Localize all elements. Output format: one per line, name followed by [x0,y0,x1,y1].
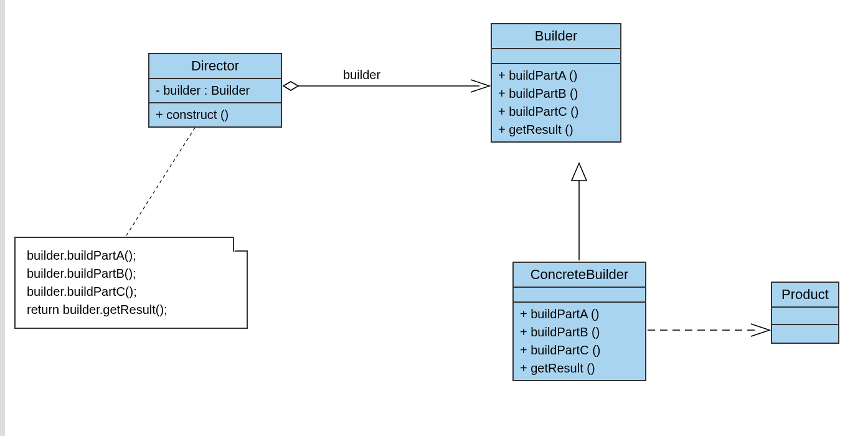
product-title: Product [772,283,838,308]
builder-attributes [492,49,620,64]
director-title: Director [149,54,281,79]
builder-op-3: + getResult () [498,121,614,139]
concrete-builder-op-2: + buildPartC () [520,341,639,359]
director-op-0: + construct () [156,106,275,124]
concrete-builder-op-0: + buildPartA () [520,305,639,323]
svg-marker-3 [572,163,587,181]
svg-marker-1 [283,82,298,90]
director-attributes: - builder : Builder [149,79,281,103]
edge-note-to-construct [126,128,195,235]
note-line-2: builder.buildPartC(); [27,283,235,301]
note-line-3: return builder.getResult(); [27,301,235,319]
builder-op-2: + buildPartC () [498,103,614,121]
concrete-builder-op-1: + buildPartB () [520,323,639,341]
uml-class-director: Director - builder : Builder + construct… [148,53,282,128]
edge-concrete-builder-to-product [648,324,770,336]
note-line-1: builder.buildPartB(); [27,265,235,283]
svg-line-5 [126,128,195,235]
edge-label-builder: builder [343,68,380,82]
concrete-builder-op-3: + getResult () [520,359,639,377]
builder-title: Builder [492,24,620,49]
concrete-builder-attributes [514,288,645,303]
product-attributes [772,308,838,325]
note-corner-icon [233,237,248,252]
builder-operations: + buildPartA () + buildPartB () + buildP… [492,64,620,141]
edge-director-to-builder [283,80,489,92]
director-operations: + construct () [149,103,281,126]
diagram-connectors [5,0,868,436]
product-operations [772,325,838,343]
builder-op-0: + buildPartA () [498,67,614,85]
uml-class-builder: Builder + buildPartA () + buildPartB () … [491,23,621,143]
concrete-builder-operations: + buildPartA () + buildPartB () + buildP… [514,303,645,380]
note-line-0: builder.buildPartA(); [27,247,235,265]
note-construct-body: builder.buildPartA(); builder.buildPartB… [14,237,248,329]
concrete-builder-title: ConcreteBuilder [514,263,645,288]
edge-concrete-builder-to-builder [572,163,587,260]
director-attr-0: - builder : Builder [156,82,275,100]
uml-class-concrete-builder: ConcreteBuilder + buildPartA () + buildP… [512,262,646,381]
uml-class-product: Product [771,282,839,344]
builder-op-1: + buildPartB () [498,85,614,103]
